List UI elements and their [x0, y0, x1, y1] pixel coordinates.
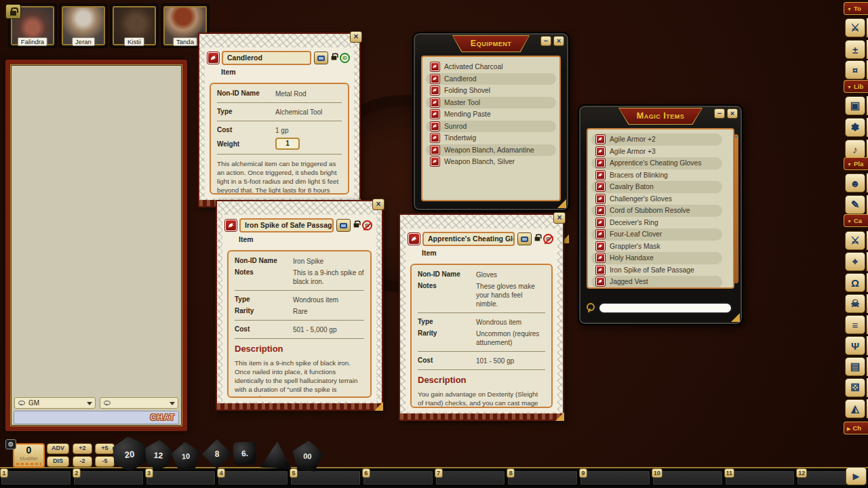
- list-item[interactable]: Bracers of Blinking: [591, 169, 722, 182]
- plus2-button[interactable]: +2: [73, 443, 92, 454]
- list-item[interactable]: Weapon Blanch, Adamantine: [426, 144, 556, 157]
- hotbar-slot[interactable]: 3: [146, 470, 216, 485]
- plus5-button[interactable]: +5: [95, 443, 115, 454]
- list-item[interactable]: Apprentice's Cheating Gloves: [591, 157, 722, 169]
- list-item[interactable]: Agile Armor +3: [591, 146, 722, 158]
- modules-folder-icon[interactable]: ▣: [845, 96, 865, 115]
- music-note-icon[interactable]: ♪: [845, 140, 865, 159]
- output-to-chat-button[interactable]: [517, 232, 532, 245]
- map-pin-icon[interactable]: ⌖: [845, 252, 865, 271]
- resize-handle[interactable]: [374, 402, 383, 411]
- item-dragon-icon[interactable]: [596, 277, 605, 286]
- output-to-chat-button[interactable]: [314, 52, 328, 64]
- loot-pouch-icon[interactable]: Ω: [845, 273, 865, 292]
- sidebar-section-tools[interactable]: ▼To: [844, 2, 868, 15]
- death-skull-icon[interactable]: ☠: [845, 294, 865, 313]
- party-group-icon[interactable]: ☻: [845, 174, 865, 192]
- list-scrollbar[interactable]: ▲ ▼: [734, 134, 738, 283]
- item-dragon-icon[interactable]: [596, 147, 605, 156]
- character-portrait[interactable]: Kistii: [110, 3, 159, 48]
- ship-sail-icon[interactable]: ◭: [845, 399, 865, 418]
- play-button[interactable]: ▶: [846, 467, 867, 485]
- sidebar-section-library[interactable]: ▼Lib: [844, 80, 868, 93]
- dice-icon[interactable]: ⚄: [845, 378, 865, 397]
- minus2-button[interactable]: -2: [73, 456, 92, 467]
- item-dragon-icon[interactable]: [596, 135, 605, 144]
- item-dragon-icon[interactable]: [596, 242, 605, 251]
- hotbar-slot[interactable]: 10: [652, 470, 723, 485]
- hotbar-slot[interactable]: 7: [435, 470, 506, 485]
- hotbar-slot[interactable]: 6: [363, 470, 433, 485]
- item-dragon-icon[interactable]: [408, 233, 420, 245]
- list-item[interactable]: Weapon Blanch, Silver: [426, 156, 556, 168]
- resize-handle[interactable]: [731, 313, 740, 322]
- list-item[interactable]: Tindertwig: [426, 132, 556, 144]
- gear-icon[interactable]: ⚙: [5, 439, 16, 449]
- d6-die[interactable]: 6.: [233, 441, 256, 465]
- item-dragon-icon[interactable]: [596, 159, 605, 167]
- list-item[interactable]: Challenger's Gloves: [591, 193, 722, 205]
- character-portrait[interactable]: Jeran: [59, 3, 108, 48]
- list-item[interactable]: Folding Shovel: [426, 85, 556, 97]
- hotbar-slot[interactable]: 5: [290, 470, 361, 485]
- item-dragon-icon[interactable]: [431, 134, 439, 142]
- lock-icon[interactable]: [354, 224, 359, 228]
- list-item[interactable]: Mending Paste: [426, 108, 556, 121]
- d4-die[interactable]: [260, 440, 294, 470]
- item-dragon-icon[interactable]: [596, 171, 605, 180]
- identified-toggle[interactable]: ID: [340, 53, 350, 63]
- hotbar-slot[interactable]: 8: [507, 470, 578, 485]
- item-dragon-icon[interactable]: [596, 230, 605, 239]
- chat-identity-dropdown[interactable]: GM: [14, 397, 96, 409]
- list-item[interactable]: Activated Charcoal: [426, 61, 556, 73]
- item-dragon-icon[interactable]: [225, 220, 237, 231]
- dis-button[interactable]: DIS: [47, 456, 69, 467]
- chat-log-area[interactable]: [12, 66, 181, 425]
- item-name-field[interactable]: Iron Spike of Safe Passage: [239, 218, 334, 232]
- item-dragon-icon[interactable]: [431, 62, 439, 71]
- combat-swords-icon[interactable]: ⚔: [845, 231, 865, 250]
- adv-button[interactable]: ADV: [47, 443, 69, 454]
- list-item[interactable]: Master Tool: [426, 97, 556, 109]
- weight-input[interactable]: 1: [275, 138, 300, 150]
- options-gear-icon[interactable]: ✽: [845, 118, 865, 137]
- item-dragon-icon[interactable]: [431, 75, 439, 83]
- resize-handle[interactable]: [557, 199, 566, 208]
- not-identified-toggle[interactable]: ID: [543, 234, 553, 244]
- sidebar-section-chat[interactable]: ▶Ch: [844, 422, 868, 434]
- chat-input[interactable]: CHAT: [14, 411, 179, 424]
- search-input[interactable]: [598, 302, 732, 314]
- item-dragon-icon[interactable]: [431, 98, 439, 107]
- list-item[interactable]: Holy Handaxe: [591, 252, 722, 264]
- item-dragon-icon[interactable]: [596, 253, 605, 262]
- coin-stack-icon[interactable]: ≡: [845, 315, 865, 334]
- d8-die[interactable]: 8: [201, 439, 233, 470]
- list-item[interactable]: Grappler's Mask: [591, 241, 722, 253]
- list-item[interactable]: Four-Leaf Clover: [591, 228, 722, 241]
- close-icon[interactable]: ×: [727, 108, 738, 119]
- item-dragon-icon[interactable]: [596, 195, 605, 203]
- item-dragon-icon[interactable]: [431, 157, 439, 166]
- book-icon[interactable]: ▤: [845, 357, 865, 376]
- sidebar-section-campaign[interactable]: ▼Ca: [844, 214, 868, 227]
- chalice-icon[interactable]: Ψ: [845, 336, 865, 355]
- hotbar-slot[interactable]: 11: [725, 470, 795, 485]
- close-icon[interactable]: ×: [372, 199, 384, 210]
- output-to-chat-button[interactable]: [336, 219, 351, 232]
- hotbar-slot[interactable]: 4: [218, 470, 288, 485]
- tokens-swords-icon[interactable]: ⚔: [845, 18, 865, 37]
- list-item[interactable]: Agile Armor +2: [591, 134, 722, 146]
- chat-language-dropdown[interactable]: [100, 397, 178, 409]
- close-icon[interactable]: ×: [553, 36, 564, 46]
- modifier-box[interactable]: 0 Modifier: [13, 443, 45, 468]
- not-identified-toggle[interactable]: ID: [362, 220, 372, 230]
- list-item[interactable]: Iron Spike of Safe Passage: [591, 264, 722, 277]
- item-dragon-icon[interactable]: [208, 52, 219, 64]
- portrait-lock-button[interactable]: [5, 4, 21, 19]
- scroll-up-icon[interactable]: ▲: [734, 134, 738, 138]
- scroll-down-icon[interactable]: ▼: [734, 279, 738, 283]
- item-dragon-icon[interactable]: [596, 266, 605, 274]
- sidebar-section-player[interactable]: ▼Pla: [844, 157, 868, 170]
- lock-icon[interactable]: [535, 237, 540, 241]
- minimize-icon[interactable]: −: [714, 108, 725, 119]
